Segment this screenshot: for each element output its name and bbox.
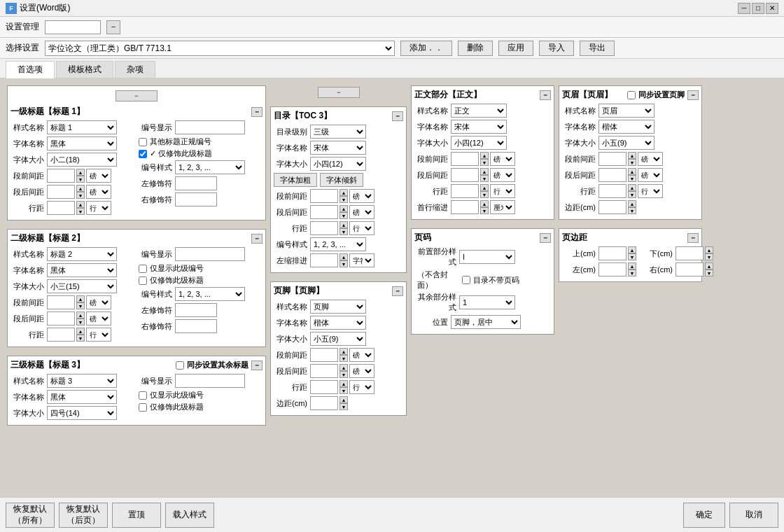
h1-num-input[interactable]: 第1章 — [175, 120, 245, 134]
margin-bottom-input[interactable]: 2.50 — [676, 246, 704, 260]
h1-prefix-input[interactable]: 第 — [175, 176, 217, 190]
margin-left-dn[interactable]: ▼ — [628, 270, 636, 276]
toc-before-unit[interactable]: 磅 — [349, 189, 374, 203]
toc-line-input[interactable]: 1.20 — [310, 221, 338, 235]
h3-check1[interactable] — [139, 391, 147, 400]
h2-after-dn[interactable]: ▼ — [76, 318, 85, 326]
header-after-unit[interactable]: 磅 — [638, 168, 663, 182]
body-style-select[interactable]: 正文 — [451, 104, 507, 118]
restore-all-btn[interactable]: 恢复默认 （所有） — [6, 503, 55, 528]
body-line-input[interactable]: 1.20 — [451, 184, 479, 198]
h2-style-select[interactable]: 标题 2 — [47, 247, 117, 261]
h2-before-up[interactable]: ▲ — [76, 295, 85, 302]
ok-btn[interactable]: 确定 — [683, 503, 725, 528]
body-before-dn[interactable]: ▼ — [480, 159, 489, 166]
footer-after-unit[interactable]: 磅 — [349, 364, 374, 378]
h2-before-input[interactable]: 13.00 — [47, 295, 75, 309]
margin-top-input[interactable]: 2.50 — [598, 246, 626, 260]
body-after-up[interactable]: ▲ — [480, 168, 489, 175]
body-after-unit[interactable]: 磅 — [490, 168, 515, 182]
footer-font-select[interactable]: 楷体 — [310, 316, 366, 330]
delete-btn[interactable]: 删除 — [458, 41, 493, 56]
header-margin-input[interactable]: 1.80 — [598, 200, 626, 214]
header-margin-up[interactable]: ▲ — [628, 200, 636, 207]
h1-after-up[interactable]: ▲ — [76, 185, 85, 192]
h3-sync-check[interactable] — [176, 361, 184, 370]
h2-before-unit[interactable]: 磅 — [86, 295, 111, 309]
footer-margin-dn[interactable]: ▼ — [340, 403, 348, 410]
footer-size-select[interactable]: 小五(9) — [310, 332, 366, 346]
h2-check1[interactable] — [139, 265, 147, 273]
header-after-dn[interactable]: ▼ — [628, 175, 636, 182]
reset-btn[interactable]: 置顶 — [112, 503, 161, 528]
h1-check1[interactable] — [139, 138, 147, 146]
header-before-unit[interactable]: 磅 — [638, 152, 663, 166]
h2-size-select[interactable]: 小三(15) — [47, 279, 117, 293]
toc-minus-btn[interactable]: － — [392, 111, 403, 121]
body-font-select[interactable]: 宋体 — [451, 120, 507, 134]
h3-check2[interactable] — [139, 403, 147, 412]
load-btn[interactable]: 载入样式 — [165, 503, 214, 528]
margin-right-up[interactable]: ▲ — [705, 262, 713, 270]
h1-numstyle-select[interactable]: 1, 2, 3, ... — [175, 160, 245, 174]
footer-after-up[interactable]: ▲ — [340, 364, 348, 371]
margin-top-dn[interactable]: ▼ — [628, 253, 636, 260]
h1-before-unit[interactable]: 磅 — [86, 169, 111, 183]
pagenum-prefix-select[interactable]: I — [459, 250, 515, 264]
minimize-btn[interactable]: ─ — [738, 3, 750, 14]
body-minus-btn[interactable]: － — [540, 90, 551, 100]
h2-before-dn[interactable]: ▼ — [76, 302, 85, 309]
pagenum-minus-btn[interactable]: － — [540, 233, 551, 243]
margin-left-up[interactable]: ▲ — [628, 262, 636, 270]
h3-size-select[interactable]: 四号(14) — [47, 406, 117, 420]
h2-minus-btn[interactable]: － — [251, 234, 262, 244]
footer-before-input[interactable]: 0.00 — [310, 348, 338, 362]
h1-check2[interactable] — [139, 150, 147, 158]
h1-line-dn[interactable]: ▼ — [76, 208, 85, 215]
toc-after-input[interactable]: 0.00 — [310, 205, 338, 219]
toc-font-select[interactable]: 宋体 — [310, 141, 366, 155]
h1-before-input[interactable]: 17.00 — [47, 169, 75, 183]
h2-check2[interactable] — [139, 276, 147, 285]
body-indent-unit[interactable]: 厘米 — [490, 200, 515, 214]
pagenum-pos-select[interactable]: 页脚，居中 — [451, 315, 521, 329]
footer-before-unit[interactable]: 磅 — [349, 348, 374, 362]
toc-size-select[interactable]: 小四(12) — [310, 157, 366, 171]
body-before-unit[interactable]: 磅 — [490, 152, 515, 166]
toc-indent-dn[interactable]: ▼ — [340, 260, 348, 267]
toc-before-dn[interactable]: ▼ — [340, 196, 348, 203]
margin-right-dn[interactable]: ▼ — [705, 270, 713, 276]
h1-line-up[interactable]: ▲ — [76, 201, 85, 208]
margin-left-input[interactable]: 3.00 — [598, 262, 626, 276]
h1-font-select[interactable]: 黑体 — [47, 136, 117, 150]
toc-after-dn[interactable]: ▼ — [340, 212, 348, 219]
pagenum-rest-select[interactable]: 1 — [459, 295, 515, 309]
body-before-input[interactable]: 0.00 — [451, 152, 479, 166]
header-size-select[interactable]: 小五(9) — [598, 136, 654, 150]
h1-after-dn[interactable]: ▼ — [76, 192, 85, 199]
h2-numstyle-select[interactable]: 1, 2, 3, ... — [175, 287, 245, 301]
margin-top-up[interactable]: ▲ — [628, 246, 636, 253]
toc-before-up[interactable]: ▲ — [340, 189, 348, 196]
header-line-up[interactable]: ▲ — [628, 184, 636, 191]
header-margin-dn[interactable]: ▼ — [628, 207, 636, 214]
apply-btn[interactable]: 应用 — [498, 41, 533, 56]
header-style-select[interactable]: 页眉 — [598, 104, 654, 118]
body-indent-dn[interactable]: ▼ — [480, 207, 489, 214]
import-btn[interactable]: 导入 — [539, 41, 574, 56]
footer-margin-input[interactable]: 1.80 — [310, 396, 338, 410]
h2-prefix-input[interactable] — [175, 303, 217, 317]
header-minus-btn[interactable]: － — [687, 90, 699, 100]
h1-after-input[interactable]: 16.50 — [47, 185, 75, 199]
toc-indent-input[interactable]: 2.00 — [310, 253, 338, 267]
manage-dash-btn[interactable]: － — [106, 20, 120, 34]
body-line-up[interactable]: ▲ — [480, 184, 489, 191]
footer-after-dn[interactable]: ▼ — [340, 371, 348, 378]
header-line-dn[interactable]: ▼ — [628, 191, 636, 198]
footer-style-select[interactable]: 页脚 — [310, 300, 366, 314]
h1-line-unit[interactable]: 行 — [86, 201, 111, 215]
toc-indent-unit[interactable]: 字符 — [349, 253, 374, 267]
h2-line-input[interactable]: 1.73 — [47, 328, 75, 342]
body-before-up[interactable]: ▲ — [480, 152, 489, 159]
body-after-dn[interactable]: ▼ — [480, 175, 489, 182]
